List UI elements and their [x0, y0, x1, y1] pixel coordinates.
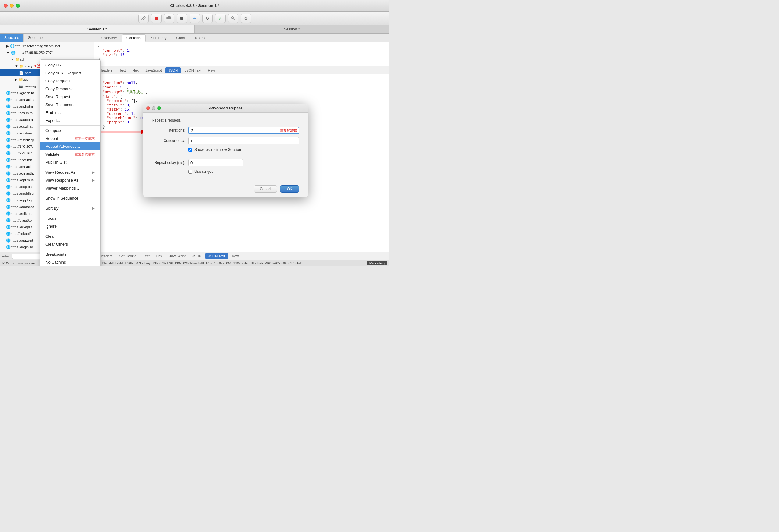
ctx-validate[interactable]: Validate 重复多次请求 [40, 150, 100, 158]
ctx-clear[interactable]: Clear [40, 232, 100, 240]
ctx-repeat[interactable]: Repeat 重复一次请求 [40, 134, 100, 142]
ctx-show-sequence[interactable]: Show in Sequence [40, 194, 100, 202]
ctx-focus[interactable]: Focus [40, 214, 100, 222]
toolbar-btn-refresh[interactable]: ↺ [202, 14, 213, 23]
sub-tab-setcookie-resp[interactable]: Set Cookie [116, 253, 139, 259]
use-ranges-checkbox[interactable] [188, 170, 192, 174]
tab-sequence[interactable]: Sequence [24, 34, 49, 42]
tab-structure[interactable]: Structure [0, 34, 24, 42]
globe-icon: 🌐 [6, 164, 11, 169]
close-button[interactable] [4, 4, 8, 8]
globe-icon: 🌐 [6, 178, 11, 182]
tree-item-resolver[interactable]: ▶ 🌐 http://resolver.msg.xiaomi.net [0, 43, 94, 49]
globe-icon: 🌐 [6, 191, 11, 196]
context-menu: Copy URL Copy cURL Request Copy Request … [40, 59, 101, 266]
sub-tab-json-resp[interactable]: JSON [189, 253, 205, 259]
ok-button[interactable]: OK [280, 185, 299, 193]
tab-overview[interactable]: Overview [97, 35, 121, 42]
sub-tab-raw-resp[interactable]: Raw [229, 253, 242, 259]
file-icon: 📄 [19, 71, 23, 75]
ctx-copy-response[interactable]: Copy Response [40, 85, 100, 92]
iterations-field: Iterations: 重复的次数 [152, 127, 299, 134]
ctx-clear-others[interactable]: Clear Others [40, 240, 100, 248]
expand-icon: ▼ [10, 57, 14, 62]
toolbar-btn-pen[interactable]: ✒ [190, 14, 200, 23]
dialog-minimize-button[interactable] [152, 106, 156, 110]
status-left-text: POST http://mpsapi.an [2, 261, 35, 265]
ctx-no-caching[interactable]: No Caching [40, 258, 100, 266]
tab-summary[interactable]: Summary [146, 35, 171, 42]
toolbar-btn-record[interactable]: ⏺ [151, 14, 162, 23]
ctx-publish-gist[interactable]: Publish Gist [40, 158, 100, 166]
globe-icon: 🌐 [6, 211, 11, 216]
arrow-icon: ▶ [92, 207, 95, 210]
ctx-breakpoints[interactable]: Breakpoints [40, 250, 100, 258]
minimize-button[interactable] [10, 4, 14, 8]
globe-icon: 🌐 [6, 124, 11, 129]
ctx-viewer-mappings[interactable]: Viewer Mappings... [40, 184, 100, 192]
tab-chart[interactable]: Chart [172, 35, 190, 42]
use-ranges-checkbox-row: Use ranges [152, 170, 299, 174]
tab-contents[interactable]: Contents [122, 35, 146, 42]
ctx-save-response[interactable]: Save Response... [40, 101, 100, 109]
globe-icon: 🌐 [6, 245, 11, 249]
iterations-input[interactable] [188, 127, 299, 134]
globe-icon: 🌐 [6, 111, 11, 115]
dialog-subtitle: Repeat 1 request. [152, 118, 299, 123]
globe-icon: 🌐 [6, 97, 11, 102]
sub-tab-json-req[interactable]: JSON [166, 67, 181, 73]
ctx-copy-url[interactable]: Copy URL [40, 61, 100, 69]
tab-notes[interactable]: Notes [190, 35, 209, 42]
toolbar-btn-pencil[interactable] [138, 14, 149, 23]
sub-tab-raw-req[interactable]: Raw [205, 67, 218, 73]
globe-icon: 🌐 [6, 238, 11, 243]
show-results-checkbox[interactable] [188, 148, 192, 152]
session-tab-1[interactable]: Session 1 * [0, 25, 195, 33]
concurrency-input[interactable] [188, 137, 299, 144]
expand-icon: ▼ [6, 51, 10, 55]
ctx-view-response-as[interactable]: View Response As ▶ [40, 176, 100, 184]
toolbar-btn-cloud[interactable] [164, 14, 174, 23]
sub-tab-text-resp[interactable]: Text [140, 253, 153, 259]
cancel-button[interactable]: Cancel [254, 185, 277, 193]
ctx-sort-by[interactable]: Sort By ▶ [40, 204, 100, 212]
concurrency-label: Concurrency: [152, 139, 185, 143]
tree-item-47[interactable]: ▼ 🌐 http://47.99.98.250:7074 [0, 49, 94, 56]
sub-tab-javascript-resp[interactable]: JavaScript [166, 253, 189, 259]
sub-tab-javascript-req[interactable]: JavaScript [142, 67, 165, 73]
sub-tab-hex-resp[interactable]: Hex [153, 253, 166, 259]
folder-icon: 📁 [15, 57, 19, 62]
response-sub-tabs: Headers Set Cookie Text Hex JavaScript J… [95, 252, 390, 260]
filter-label: Filter: [2, 254, 10, 258]
ctx-copy-curl[interactable]: Copy cURL Request [40, 69, 100, 77]
toolbar-btn-tools[interactable] [228, 14, 238, 23]
title-bar: Charles 4.2.8 - Session 1 * [0, 0, 390, 12]
sub-tab-text-req[interactable]: Text [116, 67, 129, 73]
session-tab-2[interactable]: Session 2 [195, 25, 390, 33]
toolbar-btn-check[interactable]: ✓ [215, 14, 226, 23]
ctx-copy-request[interactable]: Copy Request [40, 77, 100, 85]
globe-icon: 🌐 [6, 151, 11, 155]
advanced-repeat-dialog[interactable]: Advanced Repeat Repeat 1 request. Iterat… [143, 104, 308, 197]
ctx-repeat-advanced[interactable]: Repeat Advanced... [40, 142, 100, 150]
sub-tab-jsontext-req[interactable]: JSON Text [181, 67, 204, 73]
file-icon: 📷 [19, 85, 22, 88]
globe-icon: 🌐 [6, 144, 11, 149]
fullscreen-button[interactable] [16, 4, 20, 8]
sub-tab-jsontext-resp[interactable]: JSON Text [205, 253, 228, 259]
ctx-ignore[interactable]: Ignore [40, 222, 100, 230]
dialog-fullscreen-button[interactable] [157, 106, 161, 110]
expand-icon: ▼ [15, 64, 18, 68]
use-ranges-label: Use ranges [194, 170, 213, 174]
ctx-view-request-as[interactable]: View Request As ▶ [40, 168, 100, 176]
toolbar-btn-stop[interactable] [177, 14, 187, 23]
sub-tab-hex-req[interactable]: Hex [129, 67, 142, 73]
dialog-traffic-lights [146, 106, 161, 110]
dialog-close-button[interactable] [146, 106, 150, 110]
ctx-save-request[interactable]: Save Request... [40, 92, 100, 101]
ctx-compose[interactable]: Compose [40, 126, 100, 134]
ctx-export[interactable]: Export... [40, 116, 100, 124]
ctx-find-in[interactable]: Find In... [40, 109, 100, 116]
delay-input[interactable] [188, 159, 243, 167]
toolbar-btn-settings[interactable]: ⚙ [241, 14, 251, 23]
